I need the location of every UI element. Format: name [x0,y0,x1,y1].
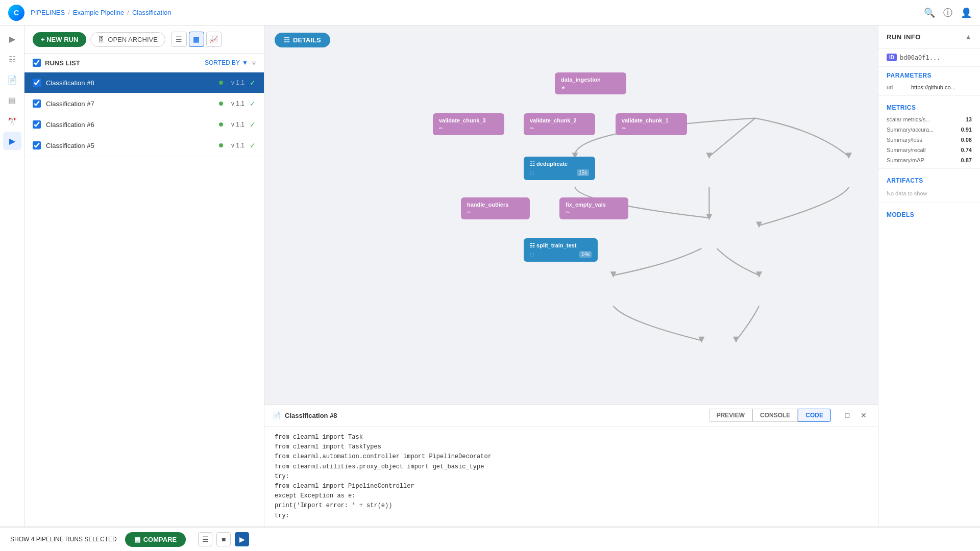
metric-val-3: 0.74 [961,147,972,153]
code-line: try: [275,511,868,521]
user-icon[interactable]: 👤 [961,7,972,18]
node-deduplicate-time: 15s [577,169,589,176]
node-handle-icon: ✏ [467,210,471,215]
node-icon: ★ [561,85,566,90]
metric-key-1: Summary/accura... [887,127,934,133]
code-area: from clearml import Taskfrom clearml imp… [264,427,878,527]
details-bar: ☶ DETAILS [264,26,878,55]
node-split-icon: ◌ [530,252,534,257]
parameters-title: PARAMETERS [878,67,980,82]
open-archive-button[interactable]: 🗄 OPEN ARCHIVE [90,32,165,47]
metric-row-3: Summary/recall 0.74 [878,145,980,155]
node-deduplicate[interactable]: ☷ deduplicate ◌ 15s [524,157,595,180]
panel-title-text: Classification #8 [285,412,337,419]
node-validate-chunk-1[interactable]: validate_chunk_1 ✏ [616,113,687,135]
close-panel-button[interactable]: ✕ [857,409,870,421]
run-checkbox-1[interactable] [33,99,41,108]
status-bar: SHOW 4 PIPELINE RUNS SELECTED ▤ COMPARE … [0,527,980,551]
runs-panel: + NEW RUN 🗄 OPEN ARCHIVE ☰ ▦ 📈 RUNS LIST… [24,26,264,527]
compare-icon: ▤ [134,536,140,543]
breadcrumb-pipelines[interactable]: PIPELINES [31,9,65,16]
code-line: try: [275,472,868,482]
breadcrumb-pipeline-name[interactable]: Example Pipeline [73,9,124,16]
sidebar-icons: ▶ ☷ 📄 ▤ 🎌 ▶ [0,26,24,527]
run-checkbox-0[interactable] [33,79,41,87]
sidebar-pipeline-icon[interactable]: ▶ [3,132,21,150]
node-data-ingestion[interactable]: data_ingestion ★ [555,72,626,94]
logo-text: C [14,9,19,17]
run-check-0: ✓ [250,79,256,87]
run-name-3: Classification #5 [46,142,211,149]
collapse-icon[interactable]: ▲ [965,33,972,41]
node-validate-chunk-3[interactable]: validate_chunk_3 ✏ [433,113,504,135]
expand-panel-button[interactable]: □ [841,409,853,421]
run-version-1: v 1.1 [231,100,244,107]
node-validate-chunk-2-label: validate_chunk_2 [530,117,589,123]
node-check-icon: ✏ [439,126,443,131]
svg-marker-7 [733,337,739,343]
metrics-title: METRICS [878,99,980,114]
run-item-3[interactable]: Classification #5 v 1.1 ✓ [24,135,264,156]
run-item-1[interactable]: Classification #7 v 1.1 ✓ [24,93,264,114]
run-id-value: bd00a0f1... [900,54,940,61]
pipeline-connections [264,55,878,404]
tab-preview[interactable]: PREVIEW [709,409,752,422]
status-list-btn[interactable]: ☰ [198,532,212,546]
metric-row-0: scalar metrics/s... 13 [878,114,980,124]
metric-key-0: scalar metrics/s... [887,116,930,122]
run-check-3: ✓ [250,141,256,149]
runs-list-title: RUNS LIST [45,59,201,67]
run-checkbox-2[interactable] [33,120,41,129]
grid-view-button[interactable]: ▦ [189,32,204,47]
runs-header: RUNS LIST SORTED BY ▼ ▿ [24,54,264,72]
run-item-0[interactable]: Classification #8 v 1.1 ✓ [24,72,264,93]
run-item-2[interactable]: Classification #6 v 1.1 ✓ [24,114,264,135]
status-text: SHOW 4 PIPELINE RUNS SELECTED [10,536,117,543]
filter-icon[interactable]: ▿ [252,59,256,67]
details-button[interactable]: ☶ DETAILS [275,33,330,47]
sidebar-experiments-icon[interactable]: 📄 [3,70,21,89]
status-play-btn[interactable]: ▶ [235,532,249,546]
right-panel: RUN INFO ▲ ID bd00a0f1... PARAMETERS url… [878,26,980,527]
node-handle-outliers[interactable]: handle_outliers ✏ [461,197,530,219]
sidebar-models-icon[interactable]: 🎌 [3,111,21,130]
sorted-by-button[interactable]: SORTED BY ▼ [205,59,248,66]
run-version-0: v 1.1 [231,79,244,86]
node-fix-empty-vals[interactable]: fix_empty_vals ✏ [559,197,628,219]
node-validate-chunk-2[interactable]: validate_chunk_2 ✏ [524,113,595,135]
compare-button[interactable]: ▤ COMPARE [125,532,186,547]
select-all-checkbox[interactable] [33,59,41,67]
new-run-label: + NEW RUN [41,36,78,43]
run-version-3: v 1.1 [231,142,244,149]
runs-toolbar: + NEW RUN 🗄 OPEN ARCHIVE ☰ ▦ 📈 [24,26,264,54]
breadcrumb: PIPELINES / Example Pipeline / Classific… [31,9,172,16]
sidebar-data-icon[interactable]: ▤ [3,91,21,109]
run-name-1: Classification #7 [46,100,211,108]
tab-code[interactable]: CODE [798,409,831,422]
node-validate-chunk-1-footer: ✏ [622,126,681,131]
chart-view-button[interactable]: 📈 [206,32,222,47]
node-validate-chunk-1-label: validate_chunk_1 [622,117,681,123]
sidebar-nav-icon[interactable]: ▶ [3,30,21,48]
status-stop-btn[interactable]: ■ [216,532,231,546]
new-run-button[interactable]: + NEW RUN [33,32,86,47]
help-icon[interactable]: ⓘ [943,7,952,19]
metric-val-4: 0.87 [961,157,972,163]
bottom-panel-header: 📄 Classification #8 PREVIEW CONSOLE CODE [264,405,878,427]
panel-actions: □ ✕ [841,409,870,421]
run-checkbox-3[interactable] [33,141,41,149]
breadcrumb-sep-1: / [68,9,70,16]
search-icon[interactable]: 🔍 [924,7,935,18]
run-dot-1 [219,102,223,106]
main-layout: ▶ ☷ 📄 ▤ 🎌 ▶ + NEW RUN 🗄 OPEN ARCHIVE ☰ ▦… [0,26,980,527]
node-split-train-test[interactable]: ☷ split_train_test ◌ 14s [524,238,598,262]
artifacts-no-data: No data to show [878,187,980,199]
run-dot-0 [219,81,223,85]
node-handle-outliers-label: handle_outliers [467,202,524,208]
node-deduplicate-icon: ◌ [530,170,534,176]
sidebar-grid-icon[interactable]: ☷ [3,50,21,68]
details-label: DETAILS [293,36,321,44]
list-view-button[interactable]: ☰ [172,32,187,47]
metric-key-3: Summary/recall [887,147,925,153]
tab-console[interactable]: CONSOLE [752,409,798,422]
